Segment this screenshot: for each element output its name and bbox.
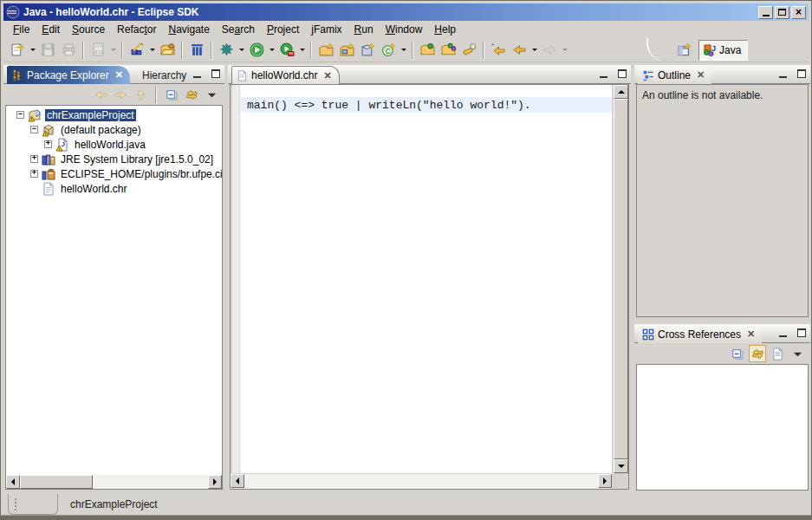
collapse-all-icon[interactable] <box>163 86 180 103</box>
collapse-expander-icon[interactable]: − <box>16 111 24 119</box>
expand-expander-icon[interactable]: + <box>30 155 38 163</box>
back-button[interactable] <box>509 40 529 61</box>
collapse-expander-icon[interactable]: − <box>30 126 38 133</box>
tab-outline[interactable]: Outline ✕ <box>638 66 711 84</box>
open-type-hierarchy-button[interactable] <box>438 40 458 61</box>
tree-item-helloworld-java[interactable]: + J! helloWorld.java <box>6 137 222 152</box>
new-class-dropdown[interactable] <box>399 40 408 61</box>
columns-button[interactable] <box>186 40 207 61</box>
editor-annotation-ruler[interactable] <box>232 85 240 473</box>
forward-dropdown[interactable] <box>560 40 569 61</box>
view-menu-icon[interactable] <box>789 345 806 362</box>
cross-references-maximize-icon[interactable] <box>796 328 807 337</box>
external-tools-dropdown[interactable] <box>297 40 307 61</box>
menu-navigate[interactable]: Navigate <box>162 22 215 37</box>
tab-package-explorer[interactable]: Package Explorer ✕ <box>7 66 130 84</box>
editor-tab-close-icon[interactable]: ✕ <box>323 70 331 81</box>
run-button[interactable] <box>246 40 267 61</box>
back-history-icon[interactable] <box>92 86 109 103</box>
package-explorer-close-icon[interactable]: ✕ <box>115 69 123 81</box>
debug-dropdown[interactable] <box>237 40 246 61</box>
search-button[interactable] <box>458 40 479 61</box>
open-perspective-button[interactable] <box>674 40 695 61</box>
menu-source[interactable]: Source <box>66 22 111 37</box>
menu-edit[interactable]: Edit <box>36 22 66 37</box>
cross-references-minimize-icon[interactable] <box>777 328 788 337</box>
menu-help[interactable]: Help <box>428 22 462 37</box>
new-class-button[interactable]: C <box>378 40 399 61</box>
menu-project[interactable]: Project <box>261 22 305 37</box>
cross-references-content[interactable] <box>636 364 809 491</box>
tree-item-project[interactable]: − ! chrExampleProject <box>6 107 222 122</box>
save-button[interactable] <box>37 40 58 61</box>
scroll-right-icon[interactable] <box>208 475 222 489</box>
editor-minimize-icon[interactable] <box>598 68 608 78</box>
scroll-up-icon[interactable] <box>614 85 628 99</box>
forward-button[interactable] <box>539 40 560 61</box>
menu-jfamix[interactable]: jFamix <box>305 22 348 37</box>
forward-history-icon[interactable] <box>112 86 129 103</box>
expand-expander-icon[interactable]: + <box>30 170 38 178</box>
link-with-editor-icon[interactable] <box>749 345 766 362</box>
editor-horizontal-scrollbar[interactable] <box>231 474 612 489</box>
scroll-left-icon[interactable] <box>6 475 20 489</box>
import-folder-button[interactable] <box>157 40 178 61</box>
debug-wizard-dropdown[interactable] <box>147 40 157 61</box>
debug-button[interactable] <box>216 40 237 61</box>
binary-file-button[interactable]: 010 <box>88 40 108 61</box>
tree-item-helloworld-chr[interactable]: helloWorld.chr <box>6 181 222 196</box>
cross-references-close-icon[interactable]: ✕ <box>747 328 755 340</box>
expand-expander-icon[interactable]: + <box>44 140 52 148</box>
binary-file-dropdown[interactable] <box>108 40 118 61</box>
menu-window[interactable]: Window <box>380 22 429 37</box>
new-wizard-dropdown[interactable] <box>28 40 37 61</box>
tab-cross-references[interactable]: Cross References ✕ <box>638 325 762 343</box>
editor-maximize-icon[interactable] <box>617 68 627 78</box>
new-java-project-button[interactable] <box>315 40 336 61</box>
print-button[interactable] <box>58 40 79 61</box>
collapse-all-icon[interactable] <box>729 345 746 362</box>
back-dropdown[interactable] <box>529 40 539 61</box>
scroll-left-icon[interactable] <box>231 474 244 488</box>
debug-wizard-button[interactable] <box>127 40 147 61</box>
editor-vertical-scrollbar[interactable] <box>614 85 628 473</box>
show-document-icon[interactable] <box>769 345 786 362</box>
scrollbar-thumb[interactable] <box>614 99 628 459</box>
outline-maximize-icon[interactable] <box>796 68 807 78</box>
outline-close-icon[interactable]: ✕ <box>697 69 705 81</box>
trim-grip-handle[interactable] <box>8 494 58 515</box>
window-maximize-button[interactable] <box>775 6 789 19</box>
window-close-button[interactable]: × <box>791 6 806 19</box>
tree-item-jre-library[interactable]: + JRE System Library [jre1.5.0_02] <box>6 152 222 166</box>
window-minimize-button[interactable] <box>758 6 773 19</box>
tab-hierarchy[interactable]: Hierarchy <box>135 66 193 84</box>
go-up-icon[interactable] <box>132 86 149 103</box>
package-explorer-minimize-icon[interactable] <box>192 68 202 78</box>
tab-helloworld-chr[interactable]: helloWorld.chr ✕ <box>231 66 340 84</box>
editor-text-area[interactable]: main() <=> true | writeLn("hello world!"… <box>232 85 612 473</box>
titlebar[interactable]: Java - helloWorld.chr - Eclipse SDK × <box>3 3 809 21</box>
scroll-right-icon[interactable] <box>598 474 612 488</box>
tree-item-default-package[interactable]: − ! (default package) <box>6 122 222 137</box>
editor-current-line[interactable]: main() <=> true | writeLn("hello world!"… <box>241 97 612 113</box>
external-tools-button[interactable] <box>276 40 297 61</box>
view-menu-icon[interactable] <box>203 86 220 103</box>
java-perspective-button[interactable]: J Java <box>698 40 748 61</box>
menu-search[interactable]: Search <box>216 22 261 37</box>
new-wizard-button[interactable] <box>7 40 28 61</box>
scrollbar-thumb[interactable] <box>20 475 93 489</box>
outline-minimize-icon[interactable] <box>777 68 788 78</box>
tree-item-eclipse-home-library[interactable]: + ECLIPSE_HOME/plugins/br.ufpe.cin.ch <box>6 166 222 181</box>
package-explorer-maximize-icon[interactable] <box>211 68 221 78</box>
menu-refactor[interactable]: Refactor <box>111 22 162 37</box>
scroll-down-icon[interactable] <box>614 459 628 473</box>
link-with-editor-icon[interactable] <box>183 86 200 103</box>
last-edit-location-button[interactable]: * <box>488 40 509 61</box>
menu-file[interactable]: File <box>7 22 36 37</box>
menu-run[interactable]: Run <box>348 22 380 37</box>
new-source-folder-button[interactable] <box>336 40 357 61</box>
new-package-button[interactable] <box>357 40 378 61</box>
open-type-button[interactable] <box>417 40 438 61</box>
package-explorer-horizontal-scrollbar[interactable] <box>6 475 222 489</box>
run-dropdown[interactable] <box>267 40 276 61</box>
